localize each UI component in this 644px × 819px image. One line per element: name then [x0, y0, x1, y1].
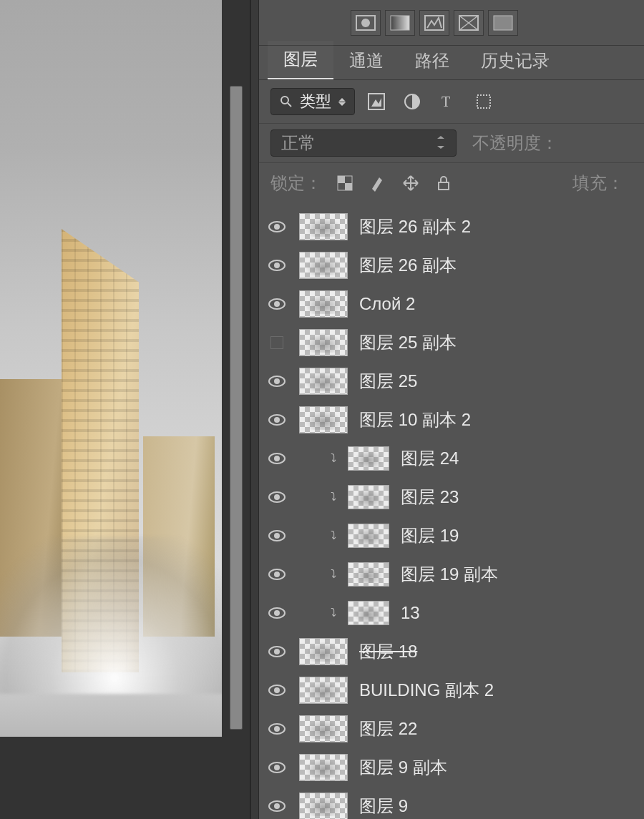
layer-item[interactable]: 图层 9 副本 [259, 748, 644, 787]
layer-thumbnail[interactable] [299, 252, 348, 279]
layer-item[interactable]: ⤵图层 19 [259, 516, 644, 555]
layer-name[interactable]: 图层 23 [401, 486, 459, 509]
filter-type-select[interactable]: 类型 [270, 88, 355, 115]
tab-history[interactable]: 历史记录 [465, 42, 565, 79]
canvas[interactable] [0, 0, 222, 737]
layer-name[interactable]: 图层 10 副本 2 [359, 408, 471, 431]
lock-position-icon[interactable] [401, 173, 421, 193]
preset-button[interactable] [488, 10, 518, 36]
layer-item[interactable]: ⤵图层 24 [259, 439, 644, 478]
filter-adjustment-icon[interactable] [402, 92, 422, 112]
layer-item[interactable]: BUILDING 副本 2 [259, 671, 644, 710]
layer-item[interactable]: 图层 26 副本 2 [259, 207, 644, 246]
visibility-toggle[interactable] [266, 529, 288, 542]
layer-name[interactable]: 13 [401, 603, 420, 623]
layer-thumbnail[interactable] [299, 290, 348, 318]
svg-point-32 [274, 494, 280, 500]
layer-thumbnail[interactable] [299, 715, 348, 742]
layer-thumbnail[interactable] [348, 446, 389, 471]
layer-item[interactable]: Слой 2 [259, 285, 644, 323]
blend-mode-select[interactable]: 正常 [270, 129, 457, 157]
layers-list[interactable]: 图层 26 副本 2图层 26 副本Слой 2图层 25 副本图层 25图层 … [259, 203, 644, 819]
lock-pixels-icon[interactable] [368, 173, 388, 193]
svg-line-7 [288, 103, 291, 107]
layer-name[interactable]: 图层 26 副本 [359, 254, 457, 277]
layer-thumbnail[interactable] [299, 329, 348, 356]
visibility-toggle[interactable] [266, 761, 288, 774]
panel-divider[interactable] [250, 0, 259, 819]
visibility-toggle[interactable] [266, 413, 288, 426]
visibility-toggle[interactable] [266, 259, 288, 272]
layer-thumbnail[interactable] [299, 793, 348, 819]
visibility-toggle[interactable] [266, 568, 288, 581]
visibility-toggle[interactable] [266, 220, 288, 233]
visibility-eye-icon [268, 452, 286, 465]
visibility-toggle[interactable] [266, 684, 288, 697]
visibility-toggle[interactable] [266, 452, 288, 465]
svg-point-22 [274, 263, 280, 268]
svg-marker-9 [371, 98, 381, 107]
layer-name[interactable]: 图层 25 [359, 370, 417, 393]
layer-name[interactable]: 图层 9 副本 [359, 756, 447, 779]
layer-thumbnail[interactable] [348, 485, 389, 509]
filter-pixel-icon[interactable] [366, 92, 386, 112]
lock-all-icon[interactable] [434, 173, 454, 193]
visibility-toggle[interactable] [266, 800, 288, 813]
visibility-eye-icon [268, 607, 286, 619]
visibility-toggle[interactable] [266, 645, 288, 658]
layer-name[interactable]: 图层 25 副本 [359, 331, 457, 354]
layer-item[interactable]: 图层 25 [259, 362, 644, 401]
canvas-area[interactable] [0, 0, 250, 819]
layer-name[interactable]: 图层 19 [401, 524, 459, 547]
layer-item[interactable]: 图层 18 [259, 632, 644, 671]
layer-thumbnail[interactable] [299, 677, 348, 704]
visibility-toggle[interactable] [266, 607, 288, 619]
layer-name[interactable]: 图层 19 副本 [401, 563, 498, 586]
layer-name[interactable]: BUILDING 副本 2 [359, 679, 494, 702]
layer-thumbnail[interactable] [348, 562, 389, 587]
visibility-eye-icon [268, 220, 286, 233]
clipping-mask-icon: ⤵ [325, 607, 336, 619]
updown-icon [338, 98, 346, 106]
preset-button[interactable] [419, 10, 449, 36]
visibility-toggle[interactable] [266, 336, 288, 349]
layer-item[interactable]: 图层 22 [259, 710, 644, 748]
visibility-eye-icon [268, 722, 286, 735]
layer-thumbnail[interactable] [299, 406, 348, 433]
filter-shape-icon[interactable] [474, 92, 494, 112]
canvas-scrollbar-vertical[interactable] [230, 86, 243, 730]
clipping-mask-icon: ⤵ [325, 491, 336, 504]
layer-item[interactable]: 图层 25 副本 [259, 323, 644, 362]
filter-type-icon[interactable]: T [438, 92, 458, 112]
layer-thumbnail[interactable] [348, 524, 389, 548]
visibility-toggle[interactable] [266, 491, 288, 504]
preset-button[interactable] [385, 10, 415, 36]
preset-button[interactable] [351, 10, 381, 36]
layer-item[interactable]: 图层 9 [259, 787, 644, 819]
layer-item[interactable]: ⤵图层 19 副本 [259, 555, 644, 594]
lock-transparency-icon[interactable] [335, 173, 355, 193]
visibility-toggle[interactable] [266, 298, 288, 310]
layer-thumbnail[interactable] [299, 213, 348, 240]
tab-paths[interactable]: 路径 [399, 42, 465, 79]
layer-name[interactable]: 图层 26 副本 2 [359, 215, 471, 238]
layer-item[interactable]: 图层 26 副本 [259, 246, 644, 285]
preset-button[interactable] [454, 10, 484, 36]
layer-name[interactable]: 图层 22 [359, 717, 417, 740]
layer-name[interactable]: 图层 18 [359, 640, 417, 663]
visibility-toggle[interactable] [266, 722, 288, 735]
tab-layers[interactable]: 图层 [268, 41, 333, 79]
layer-item[interactable]: 图层 10 副本 2 [259, 401, 644, 439]
layer-item[interactable]: ⤵图层 23 [259, 478, 644, 516]
layer-thumbnail[interactable] [299, 754, 348, 781]
visibility-toggle[interactable] [266, 375, 288, 388]
layer-thumbnail[interactable] [299, 638, 348, 665]
layer-name[interactable]: Слой 2 [359, 294, 415, 314]
layer-name[interactable]: 图层 24 [401, 447, 459, 470]
tab-channels[interactable]: 通道 [333, 42, 399, 79]
layer-thumbnail[interactable] [299, 368, 348, 395]
svg-rect-5 [494, 16, 512, 30]
layer-item[interactable]: ⤵13 [259, 594, 644, 632]
layer-thumbnail[interactable] [348, 601, 389, 625]
layer-name[interactable]: 图层 9 [359, 795, 408, 818]
